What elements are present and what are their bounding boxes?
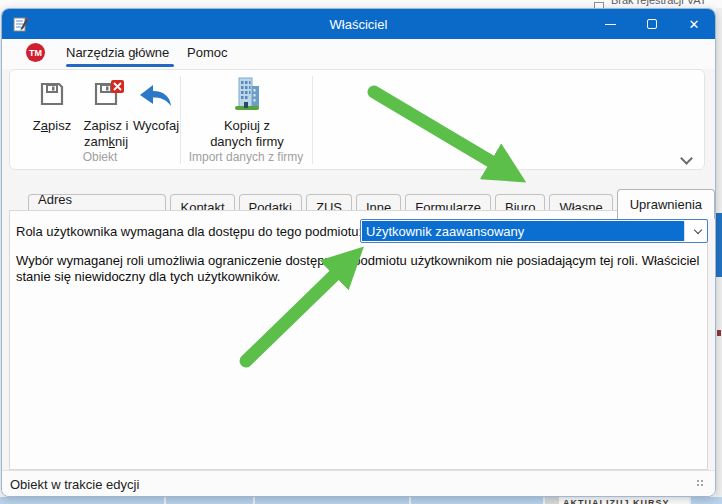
ribbon-tab-row: TM Narzędzia główne Pomoc [2, 39, 715, 69]
chevron-down-icon[interactable] [695, 227, 701, 233]
background-speck [717, 330, 721, 336]
divider [164, 497, 166, 504]
company-building-icon [233, 76, 261, 112]
active-tab-underline [66, 64, 174, 67]
window-controls: ✕ [589, 9, 715, 39]
undo-button[interactable]: Wycofaj [132, 118, 180, 133]
close-button[interactable]: ✕ [673, 9, 715, 39]
background-checkbox-label: Brak rejestracji VAT [611, 0, 707, 6]
divider [253, 497, 255, 504]
close-icon: ✕ [689, 18, 700, 31]
divider [689, 497, 691, 504]
role-selected-value: Użytkownik zaawansowany [362, 221, 684, 241]
save-icon [38, 80, 66, 108]
ribbon-group-obiekt: Obiekt [20, 150, 180, 164]
ribbon-collapse-button[interactable] [682, 154, 696, 164]
copy-from-company-button[interactable]: Kopiuj z [212, 118, 282, 133]
resize-grip-icon[interactable] [697, 480, 705, 488]
role-label: Rola użytkownika wymagana dla dostępu do… [16, 224, 362, 239]
minimize-button[interactable] [589, 9, 631, 39]
group-divider [312, 76, 313, 164]
status-text: Obiekt w trakcie edycji [10, 471, 139, 497]
status-bar: Obiekt w trakcie edycji [2, 470, 715, 497]
background-gray-segment [545, 497, 559, 504]
owner-dialog-window: Właściciel ✕ TM Narzędzia główne Pomoc Z… [1, 8, 716, 497]
ribbon-group-import: Import danych z firmy [180, 150, 312, 164]
app-badge[interactable]: TM [26, 43, 45, 62]
ribbon-tab-home[interactable]: Narzędzia główne [66, 39, 169, 66]
uprawnienia-tab-content: Rola użytkownika wymagana dla dostępu do… [9, 210, 708, 470]
minimize-icon [605, 24, 616, 25]
role-combobox[interactable]: Użytkownik zaawansowany [360, 219, 708, 243]
background-window-bottom-sliver: AKTUALIZUJ KURSY [0, 497, 722, 504]
background-white-segment: AKTUALIZUJ KURSY [559, 497, 689, 504]
tab-uprawnienia[interactable]: Uprawnienia [617, 189, 715, 219]
save-and-close-button-line2[interactable]: zamknij [74, 134, 138, 149]
divider [409, 497, 411, 504]
titlebar[interactable]: Właściciel ✕ [2, 9, 715, 39]
background-window-top-sliver: Brak rejestracji VAT [0, 0, 722, 8]
maximize-icon [647, 19, 657, 29]
save-and-close-button[interactable]: Zapisz i [74, 118, 138, 133]
ribbon-tab-help[interactable]: Pomoc [187, 39, 227, 66]
ribbon-panel: Zapisz Zapisz i zamknij Wycofaj [9, 69, 705, 170]
background-clipped-text: AKTUALIZUJ KURSY [563, 498, 670, 504]
copy-from-company-button-line2[interactable]: danych firmy [206, 134, 288, 149]
chevron-down-icon [680, 152, 693, 165]
maximize-button[interactable] [631, 9, 673, 39]
background-blue-strip [716, 213, 722, 277]
combobox-divider [684, 222, 685, 241]
undo-icon [138, 84, 174, 108]
role-row: Rola użytkownika wymagana dla dostępu do… [16, 219, 704, 243]
role-description: Wybór wymaganej roli umożliwia ogranicze… [16, 253, 708, 285]
save-and-close-icon [94, 80, 128, 108]
background-window-right-sliver [716, 8, 722, 497]
